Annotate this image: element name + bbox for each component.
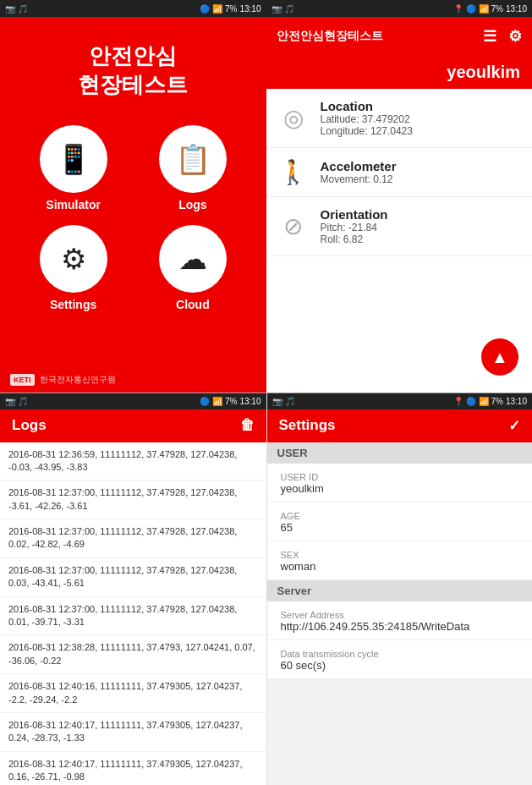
check-icon[interactable]: ✓ — [508, 417, 520, 435]
alert-icon: ▲ — [491, 348, 508, 367]
logs-icon: 📋 — [159, 125, 227, 193]
app-title: 안전안심 현장테스트 — [0, 42, 266, 100]
server-address-label: Server Address — [281, 610, 519, 620]
user-id-label: USER ID — [281, 472, 519, 482]
orientation-sensor-row: ⊘ Orientation Pitch: -21.84 Roll: 6.82 — [266, 197, 533, 256]
data-cycle-label: Data transmission cycle — [281, 649, 519, 659]
battery-icon: 7% — [491, 4, 503, 14]
simulator-label: Simulator — [46, 198, 101, 211]
logs-body: 2016-08-31 12:36:59, 11111112, 37.47928,… — [0, 442, 266, 785]
status-bar-top-left: 📷 🎵 🔵 📶 7% 13:10 — [0, 0, 266, 17]
battery-icon: 7% — [225, 4, 237, 14]
status-left-icons: 📷 🎵 — [5, 4, 28, 14]
camera-icon: 📷 — [5, 397, 15, 406]
location-sensor-icon: ◎ — [278, 104, 309, 132]
accel-sensor-row: 🚶 Accelometer Movement: 0.12 — [266, 148, 533, 197]
location-sensor-lat: Latitude: 37.479202 — [321, 113, 413, 125]
location-sensor-lon: Longitude: 127.0423 — [321, 125, 413, 137]
dashboard-header-icons: ☰ ⚙ — [483, 27, 522, 46]
settings-header: Settings ✓ — [267, 409, 533, 442]
wifi-icon: 📶 — [479, 397, 489, 406]
data-cycle-field: Data transmission cycle 60 sec(s) — [267, 640, 533, 679]
camera-icon: 📷 — [271, 4, 282, 14]
settings-button[interactable]: ⚙ Settings — [20, 225, 126, 311]
log-entry: 2016-08-31 12:37:00, 11111112, 37.47928,… — [0, 480, 266, 519]
log-entry: 2016-08-31 12:40:16, 11111111, 37.479305… — [0, 674, 266, 713]
log-entry: 2016-08-31 12:37:00, 11111112, 37.47928,… — [0, 519, 266, 558]
logs-button[interactable]: 📋 Logs — [140, 125, 245, 211]
settings-body: USER USER ID yeoulkim AGE 65 SEX woman S… — [267, 442, 533, 785]
bluetooth-icon: 🔵 — [200, 397, 210, 406]
user-id-field: USER ID yeoulkim — [267, 464, 533, 502]
time-display: 13:10 — [506, 397, 527, 406]
battery-icon: 7% — [491, 397, 503, 406]
log-entry: 2016-08-31 12:37:00, 11111112, 37.47928,… — [0, 597, 266, 636]
music-icon: 🎵 — [18, 4, 28, 14]
camera-icon: 📷 — [5, 4, 15, 14]
location-sensor-name: Location — [321, 99, 413, 113]
status-right-info: 📍 🔵 📶 7% 13:10 — [453, 397, 527, 406]
accel-sensor-info: Accelometer Movement: 0.12 — [321, 159, 397, 185]
status-left-icons: 📷 🎵 — [271, 4, 294, 14]
bluetooth-icon: 🔵 — [466, 4, 476, 14]
bluetooth-icon: 🔵 — [200, 4, 210, 14]
age-field: AGE 65 — [267, 502, 533, 541]
log-entry: 2016-08-31 12:36:59, 11111112, 37.47928,… — [0, 442, 266, 481]
log-entry: 2016-08-31 12:40:17, 11111111, 37.479305… — [0, 752, 266, 785]
status-bar-bottom-left: 📷 🎵 🔵 📶 7% 13:10 — [0, 393, 266, 409]
logs-title: Logs — [12, 417, 47, 434]
user-id-value: yeoulkim — [281, 482, 519, 495]
accel-sensor-val: Movement: 0.12 — [321, 173, 397, 185]
location-icon: 📍 — [453, 4, 463, 14]
logs-label: Logs — [178, 198, 206, 211]
settings-title: Settings — [279, 417, 336, 434]
delete-icon[interactable]: 🗑 — [240, 417, 255, 434]
cloud-button[interactable]: ☁ Cloud — [140, 225, 245, 311]
hamburger-icon[interactable]: ☰ — [483, 27, 496, 46]
log-entry: 2016-08-31 12:38:28, 11111111, 37.4793, … — [0, 635, 266, 674]
orientation-sensor-roll: Roll: 6.82 — [321, 233, 388, 245]
time-display: 13:10 — [506, 4, 527, 14]
settings-icon: ⚙ — [40, 225, 107, 293]
user-section-header: USER — [267, 442, 533, 464]
settings-label: Settings — [50, 298, 96, 311]
cloud-label: Cloud — [176, 298, 210, 311]
status-left-icons: 📷 🎵 — [5, 397, 28, 406]
age-label: AGE — [281, 511, 519, 521]
logo-badge: KETI — [10, 374, 35, 386]
log-entry: 2016-08-31 12:37:00, 11111112, 37.47928,… — [0, 558, 266, 597]
time-display: 13:10 — [239, 4, 261, 14]
simulator-icon: 📱 — [40, 125, 107, 193]
logo-text: 한국전자통신연구원 — [40, 374, 116, 386]
orientation-sensor-pitch: Pitch: -21.84 — [321, 222, 388, 233]
bottom-logo: KETI 한국전자통신연구원 — [0, 367, 266, 392]
status-bar-bottom-right: 📷 🎵 📍 🔵 📶 7% 13:10 — [267, 393, 533, 409]
cloud-icon: ☁ — [159, 225, 227, 293]
server-section-header: Server — [267, 580, 533, 601]
logs-screen: 📷 🎵 🔵 📶 7% 13:10 Logs 🗑 2016-08-31 12:36… — [0, 392, 266, 785]
status-left-icons: 📷 🎵 — [272, 397, 295, 406]
time-display: 13:10 — [239, 397, 261, 406]
accel-sensor-name: Accelometer — [321, 159, 397, 173]
main-app-screen: 📷 🎵 🔵 📶 7% 13:10 안전안심 현장테스트 📱 Simulator … — [0, 0, 266, 392]
sensor-dashboard-screen: 📷 🎵 📍 🔵 📶 7% 13:10 안전안심현장테스트 ☰ ⚙ yeoulki… — [266, 0, 533, 392]
dashboard-header: 안전안심현장테스트 ☰ ⚙ — [266, 17, 533, 56]
sensor-list: ◎ Location Latitude: 37.479202 Longitude… — [266, 89, 533, 256]
bluetooth-icon: 🔵 — [466, 397, 476, 406]
data-cycle-value: 60 sec(s) — [281, 659, 519, 672]
simulator-button[interactable]: 📱 Simulator — [20, 125, 126, 211]
location-icon: 📍 — [453, 397, 463, 406]
settings-screen: 📷 🎵 📍 🔵 📶 7% 13:10 Settings ✓ USER USER … — [266, 392, 533, 785]
fab-alert-button[interactable]: ▲ — [481, 338, 518, 376]
gear-icon[interactable]: ⚙ — [508, 27, 522, 46]
sex-field: SEX woman — [267, 541, 533, 580]
server-address-field: Server Address http://106.249.255.35:241… — [267, 601, 533, 640]
sex-value: woman — [281, 560, 519, 573]
orientation-sensor-icon: ⊘ — [278, 212, 309, 240]
status-right-info: 🔵 📶 7% 13:10 — [200, 397, 261, 406]
battery-icon: 7% — [225, 397, 237, 406]
status-bar-top-right: 📷 🎵 📍 🔵 📶 7% 13:10 — [266, 0, 533, 17]
status-right-info: 🔵 📶 7% 13:10 — [200, 4, 261, 14]
server-address-value: http://106.249.255.35:24185/WriteData — [281, 620, 519, 633]
status-right-info: 📍 🔵 📶 7% 13:10 — [453, 4, 527, 14]
